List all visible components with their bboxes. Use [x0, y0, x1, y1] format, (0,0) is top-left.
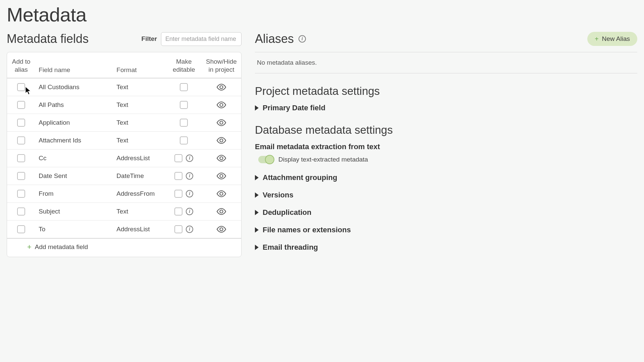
table-row: Date SentDateTimei [7, 167, 241, 185]
format-cell: Text [113, 96, 166, 114]
col-add-to-alias-l1: Add to [10, 58, 32, 66]
add-to-alias-checkbox[interactable] [17, 136, 25, 144]
disclosure-deduplication[interactable]: Deduplication [255, 208, 637, 217]
page-title: Metadata [7, 3, 637, 26]
table-row: All PathsText [7, 96, 241, 114]
eye-icon[interactable] [216, 226, 226, 233]
metadata-fields-table-card: Add to alias Field name Format Make edit… [7, 52, 241, 257]
field-name-cell: Cc [35, 149, 113, 167]
info-icon[interactable]: i [186, 190, 193, 197]
disclosure-label: Email threading [263, 243, 318, 252]
new-alias-button[interactable]: + New Alias [587, 32, 637, 46]
eye-icon[interactable] [216, 83, 226, 91]
aliases-heading: Aliases [255, 32, 294, 46]
disclosure-attachment-grouping[interactable]: Attachment grouping [255, 173, 637, 182]
disclosure-label: Deduplication [263, 208, 311, 217]
col-show-hide-l2: in project [205, 66, 238, 74]
table-row: ToAddressListi [7, 220, 241, 238]
make-editable-checkbox[interactable] [180, 101, 188, 109]
svg-point-0 [220, 85, 223, 88]
eye-icon[interactable] [216, 101, 226, 109]
svg-point-7 [220, 210, 223, 213]
col-add-to-alias-l2: alias [10, 66, 32, 74]
format-cell: AddressFrom [113, 185, 166, 202]
filter-input[interactable] [161, 32, 241, 46]
col-show-hide-l1: Show/Hide [205, 58, 238, 66]
chevron-right-icon [255, 210, 259, 215]
field-name-cell: Subject [35, 202, 113, 220]
format-cell: Text [113, 78, 166, 96]
svg-point-6 [220, 192, 223, 195]
add-to-alias-checkbox[interactable] [17, 207, 25, 216]
add-to-alias-checkbox[interactable] [17, 154, 25, 162]
add-to-alias-checkbox[interactable] [17, 190, 25, 198]
format-cell: DateTime [113, 167, 166, 185]
display-text-extracted-metadata-label: Display text-extracted metadata [278, 156, 368, 163]
eye-icon[interactable] [216, 137, 226, 144]
database-metadata-settings-heading: Database metadata settings [255, 124, 637, 136]
disclosure-email-threading[interactable]: Email threading [255, 243, 637, 252]
add-to-alias-checkbox[interactable] [17, 119, 25, 127]
format-cell: AddressList [113, 149, 166, 167]
info-icon[interactable]: i [186, 155, 193, 162]
table-row: All CustodiansText [7, 78, 241, 96]
disclosure-file-names-or-extensions[interactable]: File names or extensions [255, 226, 637, 234]
table-row: CcAddressListi [7, 149, 241, 167]
field-name-cell: All Paths [35, 96, 113, 114]
add-to-alias-checkbox[interactable] [17, 225, 25, 233]
info-icon[interactable]: i [186, 226, 193, 233]
add-to-alias-checkbox[interactable] [17, 172, 25, 180]
field-name-cell: From [35, 185, 113, 202]
info-icon[interactable]: i [299, 35, 306, 43]
make-editable-checkbox[interactable] [174, 154, 182, 162]
col-field-name: Field name [39, 66, 110, 74]
add-to-alias-checkbox[interactable] [17, 101, 25, 109]
table-row: SubjectTexti [7, 202, 241, 220]
chevron-right-icon [255, 245, 259, 250]
new-alias-label: New Alias [602, 35, 630, 43]
eye-icon[interactable] [216, 172, 226, 180]
make-editable-checkbox[interactable] [174, 207, 182, 216]
add-metadata-field-label: Add metadata field [35, 243, 88, 251]
add-metadata-field-button[interactable]: + Add metadata field [27, 243, 88, 251]
col-format: Format [116, 66, 163, 74]
field-name-cell: To [35, 220, 113, 238]
field-name-cell: Application [35, 114, 113, 131]
disclosure-versions[interactable]: Versions [255, 191, 637, 199]
make-editable-checkbox[interactable] [174, 172, 182, 180]
plus-icon: + [27, 243, 32, 251]
filter-label: Filter [142, 35, 157, 43]
field-name-cell: Attachment Ids [35, 131, 113, 149]
make-editable-checkbox[interactable] [174, 225, 182, 233]
svg-point-8 [220, 228, 223, 231]
primary-date-field-disclosure[interactable]: Primary Date field [255, 104, 637, 112]
svg-point-4 [220, 157, 223, 160]
project-metadata-settings-heading: Project metadata settings [255, 85, 637, 98]
svg-point-5 [220, 174, 223, 177]
chevron-right-icon [255, 105, 259, 111]
field-name-cell: All Custodians [35, 78, 113, 96]
eye-icon[interactable] [216, 155, 226, 162]
chevron-right-icon [255, 175, 259, 180]
make-editable-checkbox[interactable] [180, 119, 188, 127]
aliases-empty-message: No metadata aliases. [255, 52, 637, 73]
chevron-right-icon [255, 192, 259, 198]
disclosure-label: Versions [263, 191, 293, 199]
display-text-extracted-metadata-toggle[interactable] [258, 156, 273, 163]
email-metadata-extraction-heading: Email metadata extraction from text [255, 142, 637, 151]
add-to-alias-checkbox[interactable] [17, 83, 25, 91]
svg-point-2 [220, 121, 223, 124]
info-icon[interactable]: i [186, 172, 193, 180]
eye-icon[interactable] [216, 190, 226, 197]
make-editable-checkbox[interactable] [180, 136, 188, 144]
format-cell: Text [113, 202, 166, 220]
eye-icon[interactable] [216, 119, 226, 126]
make-editable-checkbox[interactable] [180, 83, 188, 91]
info-icon[interactable]: i [186, 208, 193, 215]
col-make-editable-l2: editable [170, 66, 198, 74]
make-editable-checkbox[interactable] [174, 190, 182, 198]
chevron-right-icon [255, 227, 259, 233]
eye-icon[interactable] [216, 208, 226, 215]
disclosure-label: File names or extensions [263, 226, 351, 234]
table-row: FromAddressFromi [7, 185, 241, 202]
